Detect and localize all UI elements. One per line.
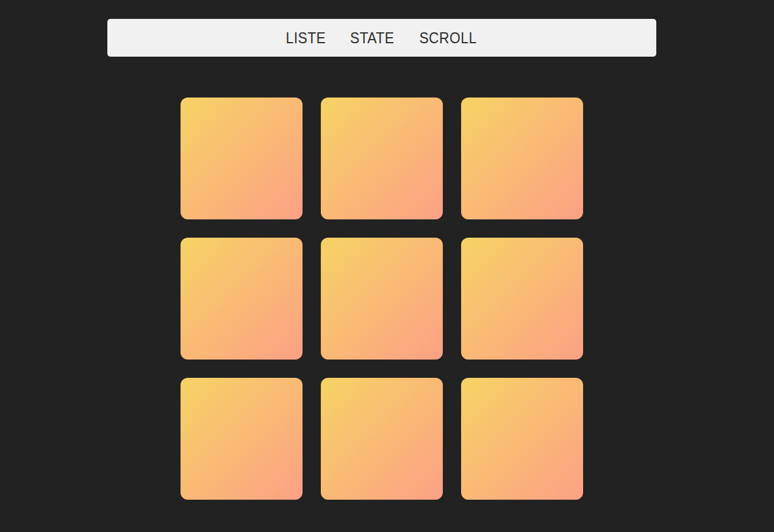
grid-tile <box>321 238 443 360</box>
grid-tile <box>181 98 303 219</box>
grid-tile <box>321 98 443 219</box>
page-container: LISTE STATE SCROLL <box>107 0 656 532</box>
grid-tile <box>181 238 303 360</box>
navbar: LISTE STATE SCROLL <box>107 19 656 57</box>
grid-tile <box>321 378 443 500</box>
nav-link-state[interactable]: STATE <box>350 30 395 46</box>
grid-tile <box>461 238 583 360</box>
nav-link-scroll[interactable]: SCROLL <box>419 30 476 46</box>
tile-grid <box>107 98 656 532</box>
grid-tile <box>461 98 583 219</box>
grid-tile <box>461 378 583 500</box>
nav-link-liste[interactable]: LISTE <box>285 30 326 46</box>
grid-tile <box>181 378 303 500</box>
